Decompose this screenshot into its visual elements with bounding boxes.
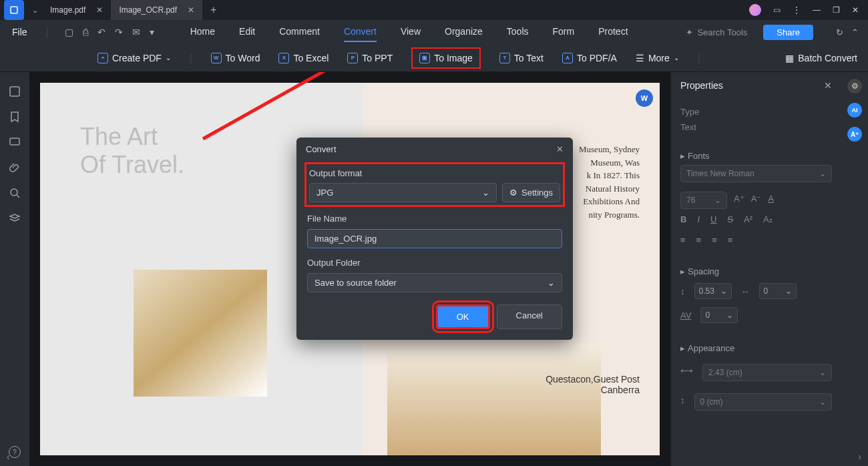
avatar[interactable] [749, 4, 761, 16]
properties-title: Properties [680, 80, 723, 91]
strikethrough-icon[interactable]: S [727, 214, 733, 224]
gear-icon: ⚙ [509, 188, 517, 198]
before-spacing-input[interactable]: 0⌄ [759, 283, 797, 299]
font-decrease-icon[interactable]: A⁻ [751, 194, 762, 204]
tab-protect[interactable]: Protect [598, 22, 628, 42]
subscript-icon[interactable]: A₂ [763, 214, 773, 224]
spacing-section[interactable]: ▸ Spacing [680, 266, 832, 276]
close-window-icon[interactable]: ✕ [852, 5, 859, 15]
height-icon: ↕ [680, 395, 685, 405]
tab-organize[interactable]: Organize [445, 22, 483, 42]
bookmark-icon[interactable] [9, 111, 21, 123]
align-right-icon[interactable]: ≡ [712, 235, 717, 245]
close-icon[interactable]: ✕ [556, 144, 564, 154]
search-tools[interactable]: ✦ Search Tools [686, 27, 747, 37]
tab-view[interactable]: View [401, 22, 421, 42]
chevron-down-icon: ⌄ [482, 188, 489, 198]
kebab-icon[interactable]: ⋮ [793, 5, 801, 15]
tab-home[interactable]: Home [190, 22, 215, 42]
ai-rail-icon[interactable]: AI [847, 103, 862, 118]
sync-icon[interactable]: ↻ [836, 27, 843, 37]
italic-icon[interactable]: I [697, 214, 700, 224]
tab-1[interactable]: Image.pdf ✕ [42, 0, 111, 20]
appearance-section[interactable]: ▸ Appearance [680, 343, 832, 353]
underline-icon[interactable]: U [710, 214, 716, 224]
chevron-down-icon: ⌄ [548, 278, 555, 288]
text-label: Text [680, 120, 832, 135]
title-bar: ⌄ Image.pdf ✕ Image_OCR.pdf ✕ + ▭ ⋮ — ❐ … [0, 0, 868, 20]
file-menu[interactable]: File [9, 24, 30, 40]
tab-form[interactable]: Form [553, 22, 575, 42]
svg-rect-2 [10, 138, 19, 145]
output-folder-dropdown[interactable]: Save to source folder⌄ [307, 273, 562, 292]
line-spacing-input[interactable]: 0.53⌄ [694, 283, 732, 299]
align-center-icon[interactable]: ≡ [696, 235, 702, 245]
bold-icon[interactable]: B [680, 214, 686, 224]
svg-line-4 [17, 195, 19, 198]
to-image-button[interactable]: ▣To Image [411, 47, 481, 69]
to-excel-button[interactable]: XTo Excel [278, 53, 329, 63]
font-size-dropdown[interactable]: 76⌄ [680, 192, 727, 209]
search-icon[interactable] [9, 187, 21, 199]
share-button[interactable]: Share [763, 25, 813, 40]
save-icon[interactable]: ▢ [65, 27, 73, 37]
dropdown-icon[interactable]: ▾ [150, 27, 154, 37]
to-ppt-button[interactable]: PTo PPT [347, 53, 393, 63]
left-sidebar: ? [0, 72, 29, 466]
app-logo[interactable] [4, 0, 24, 20]
batch-convert-button[interactable]: ▦Batch Convert [785, 53, 857, 63]
font-color-icon[interactable]: A [768, 194, 774, 204]
redo-icon[interactable]: ↷ [115, 27, 123, 37]
file-name-input[interactable]: Image_OCR.jpg [307, 229, 562, 248]
align-left-icon[interactable]: ≡ [680, 235, 686, 245]
close-icon[interactable]: ✕ [188, 5, 194, 15]
tab-2[interactable]: Image_OCR.pdf ✕ [111, 0, 202, 20]
settings-rail-icon[interactable]: ⚙ [847, 79, 862, 93]
menu-bar: File | ▢ ⎙ ↶ ↷ ✉ ▾ Home Edit Comment Con… [0, 20, 868, 44]
cancel-button[interactable]: Cancel [497, 304, 562, 329]
ok-button[interactable]: OK [436, 304, 490, 329]
align-justify-icon[interactable]: ≡ [728, 235, 733, 245]
mail-icon[interactable]: ✉ [132, 27, 140, 37]
width-icon: ⟷ [680, 366, 693, 376]
font-dropdown[interactable]: Times New Roman⌄ [680, 165, 832, 182]
layers-icon[interactable] [9, 212, 21, 224]
collapse-icon[interactable]: ⌃ [851, 27, 859, 37]
maximize-icon[interactable]: ❐ [833, 5, 840, 15]
undo-icon[interactable]: ↶ [97, 27, 105, 37]
tab-convert[interactable]: Convert [344, 22, 377, 42]
comment-icon[interactable] [9, 136, 21, 148]
superscript-icon[interactable]: A² [744, 214, 752, 224]
output-format-dropdown[interactable]: JPG⌄ [309, 183, 497, 202]
to-word-button[interactable]: WTo Word [211, 53, 260, 63]
print-icon[interactable]: ⎙ [83, 27, 88, 37]
help-icon[interactable]: ? [9, 446, 21, 458]
doc-image-2 [387, 343, 601, 455]
to-pdfa-button[interactable]: ATo PDF/A [562, 53, 617, 63]
width-input[interactable]: 2.43 (cm)⌄ [702, 364, 832, 381]
tab-edit[interactable]: Edit [239, 22, 255, 42]
translate-rail-icon[interactable]: A⁺ [847, 127, 862, 142]
notifications-icon[interactable]: ▭ [773, 5, 781, 15]
tab-comment[interactable]: Comment [279, 22, 320, 42]
prev-page-button[interactable]: ‹ [7, 451, 10, 462]
fonts-section[interactable]: ▸ Fonts [680, 151, 832, 161]
close-icon[interactable]: ✕ [824, 80, 832, 91]
font-increase-icon[interactable]: A⁺ [734, 194, 744, 204]
thumbnail-icon[interactable] [9, 85, 21, 97]
to-text-button[interactable]: TTo Text [499, 53, 544, 63]
height-input[interactable]: 0 (cm)⌄ [694, 393, 833, 411]
tab-dropdown-icon[interactable]: ⌄ [32, 6, 38, 15]
more-button[interactable]: ☰More⌄ [636, 53, 679, 63]
attachment-icon[interactable] [9, 162, 21, 174]
minimize-icon[interactable]: — [813, 5, 821, 15]
new-tab-button[interactable]: + [202, 4, 224, 16]
settings-button[interactable]: ⚙Settings [502, 183, 560, 202]
tab-tools[interactable]: Tools [507, 22, 529, 42]
after-spacing-input[interactable]: 0⌄ [700, 307, 738, 323]
close-icon[interactable]: ✕ [96, 5, 103, 15]
next-page-button[interactable]: › [858, 451, 861, 462]
create-pdf-button[interactable]: +Create PDF⌄ [97, 53, 171, 63]
line-spacing-icon: ↕ [680, 286, 685, 296]
word-badge-icon[interactable]: W [636, 89, 653, 107]
